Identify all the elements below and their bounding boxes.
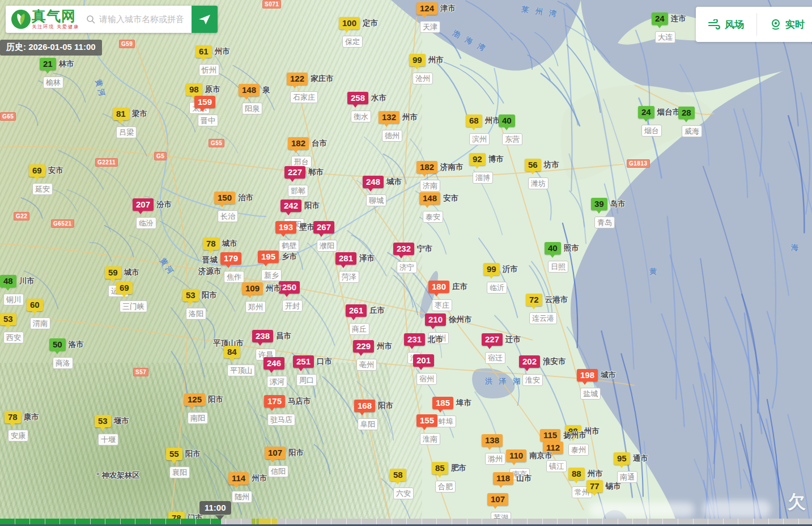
aqi-badge[interactable]: 24: [638, 106, 654, 118]
aqi-badge[interactable]: 39: [591, 198, 607, 210]
aqi-badge[interactable]: 148: [239, 84, 260, 96]
aqi-badge[interactable]: 99: [409, 54, 426, 66]
aqi-badge[interactable]: 110: [506, 449, 526, 462]
aqi-badge[interactable]: 53: [95, 415, 111, 427]
aqi-badge[interactable]: 69: [29, 164, 45, 177]
city-label: 合肥: [435, 481, 456, 493]
aqi-badge[interactable]: 24: [652, 12, 668, 25]
search-input[interactable]: 请输入城市名称或拼音: [83, 14, 192, 25]
realtime-button[interactable]: 实时: [757, 7, 812, 42]
aqi-badge[interactable]: 185: [432, 397, 453, 409]
aqi-badge[interactable]: 248: [363, 176, 384, 188]
search-submit-button[interactable]: [192, 6, 218, 33]
aqi-badge[interactable]: 250: [279, 281, 300, 294]
aqi-badge[interactable]: 53: [182, 289, 199, 302]
aqi-badge[interactable]: 261: [346, 304, 367, 317]
aqi-badge[interactable]: 61: [195, 45, 212, 58]
aqi-badge[interactable]: 95: [614, 452, 630, 465]
aqi-badge[interactable]: 85: [432, 462, 448, 474]
aqi-badge[interactable]: 281: [335, 252, 356, 265]
terrain-texture-south: [0, 363, 390, 526]
aqi-badge[interactable]: 246: [263, 357, 284, 370]
aqi-badge[interactable]: 193: [275, 221, 296, 234]
aqi-badge[interactable]: 150: [214, 192, 235, 204]
aqi-badge[interactable]: 180: [428, 281, 449, 293]
aqi-badge[interactable]: 58: [390, 469, 406, 481]
aqi-badge[interactable]: 68: [466, 114, 482, 127]
city-label: 郑州: [245, 301, 266, 313]
aqi-badge[interactable]: 88: [568, 468, 585, 480]
aqi-badge[interactable]: 56: [525, 159, 541, 171]
aqi-badge[interactable]: 175: [264, 395, 285, 408]
site-logo[interactable]: 真气网 关注环境 关爱健康: [6, 9, 83, 30]
history-timestamp-badge: 历史: 2026-01-05 11:00: [0, 40, 102, 56]
aqi-badge[interactable]: 132: [379, 111, 399, 124]
aqi-badge[interactable]: 210: [425, 313, 446, 326]
aqi-badge[interactable]: 84: [224, 346, 240, 358]
aqi-badge[interactable]: 198: [577, 369, 598, 381]
aqi-badge[interactable]: 202: [519, 355, 540, 368]
aqi-badge[interactable]: 138: [482, 434, 503, 447]
aqi-badge[interactable]: 238: [252, 330, 273, 342]
aqi-badge[interactable]: 227: [284, 166, 305, 179]
aqi-badge[interactable]: 77: [586, 480, 603, 493]
aqi-badge[interactable]: 55: [166, 448, 182, 460]
aqi-badge[interactable]: 195: [258, 251, 279, 263]
aqi-badge[interactable]: 40: [545, 242, 561, 254]
aqi-badge[interactable]: 201: [413, 354, 434, 367]
aqi-badge[interactable]: 207: [133, 198, 154, 211]
aqi-badge[interactable]: 40: [499, 114, 515, 127]
aqi-marker: 72云港市连云港: [526, 294, 542, 306]
aqi-badge[interactable]: 242: [280, 200, 301, 212]
timeline-handle-pointer[interactable]: [215, 515, 224, 520]
aqi-badge[interactable]: 267: [313, 221, 334, 234]
aqi-badge[interactable]: 78: [5, 411, 21, 423]
aqi-badge[interactable]: 179: [220, 252, 241, 265]
aqi-badge[interactable]: 251: [293, 355, 314, 368]
aqi-badge[interactable]: 182: [288, 137, 309, 150]
aqi-badge[interactable]: 99: [483, 263, 500, 275]
timeline-slider[interactable]: [0, 519, 812, 524]
city-label: 安康: [8, 430, 28, 442]
aqi-badge[interactable]: 148: [419, 192, 440, 205]
aqi-badge[interactable]: 159: [194, 96, 215, 108]
aqi-badge[interactable]: 125: [184, 393, 205, 406]
aqi-badge[interactable]: 115: [540, 429, 560, 442]
aqi-badge[interactable]: 232: [393, 243, 414, 255]
aqi-badge[interactable]: 122: [287, 73, 308, 85]
wind-field-button[interactable]: 风场: [696, 7, 756, 42]
aqi-badge[interactable]: 231: [404, 333, 425, 346]
aqi-badge[interactable]: 109: [242, 282, 263, 295]
aqi-badge[interactable]: 78: [203, 237, 219, 250]
aqi-badge[interactable]: 107: [265, 447, 286, 459]
aqi-badge[interactable]: 100: [339, 17, 360, 29]
map-canvas[interactable]: 晋城济源市平顶山市° 神农架林区渤 海 湾莱 州 湾黄海洪 泽 湖黄河黄河G59…: [0, 0, 812, 526]
aqi-badge[interactable]: 21: [40, 58, 56, 70]
city-label: 邯郸: [288, 185, 308, 197]
aqi-badge[interactable]: 53: [0, 313, 16, 325]
aqi-badge[interactable]: 114: [228, 472, 249, 485]
map-city-name: 徐州市: [449, 315, 472, 325]
aqi-badge[interactable]: 50: [49, 338, 66, 351]
aqi-badge[interactable]: 92: [469, 153, 486, 166]
aqi-badge[interactable]: 124: [416, 2, 437, 15]
aqi-badge[interactable]: 98: [186, 83, 202, 96]
aqi-badge[interactable]: 60: [27, 299, 43, 311]
aqi-badge[interactable]: 168: [354, 400, 375, 412]
aqi-badge[interactable]: 118: [493, 472, 513, 485]
aqi-badge[interactable]: 182: [416, 161, 437, 173]
aqi-marker: 242阳市安阳: [280, 200, 301, 212]
aqi-badge[interactable]: 48: [0, 275, 16, 287]
aqi-badge[interactable]: 28: [678, 107, 695, 119]
aqi-badge[interactable]: 69: [116, 282, 133, 294]
aqi-badge[interactable]: 107: [487, 493, 508, 506]
aqi-badge[interactable]: 72: [526, 294, 542, 306]
map-city-name: 州市: [377, 341, 392, 351]
aqi-badge[interactable]: 81: [113, 108, 129, 120]
aqi-badge[interactable]: 59: [105, 266, 121, 279]
aqi-marker: 179焦作: [220, 252, 241, 265]
aqi-badge[interactable]: 258: [347, 92, 368, 104]
aqi-badge[interactable]: 155: [416, 414, 437, 427]
aqi-badge[interactable]: 229: [353, 340, 374, 353]
aqi-badge[interactable]: 227: [482, 333, 503, 346]
